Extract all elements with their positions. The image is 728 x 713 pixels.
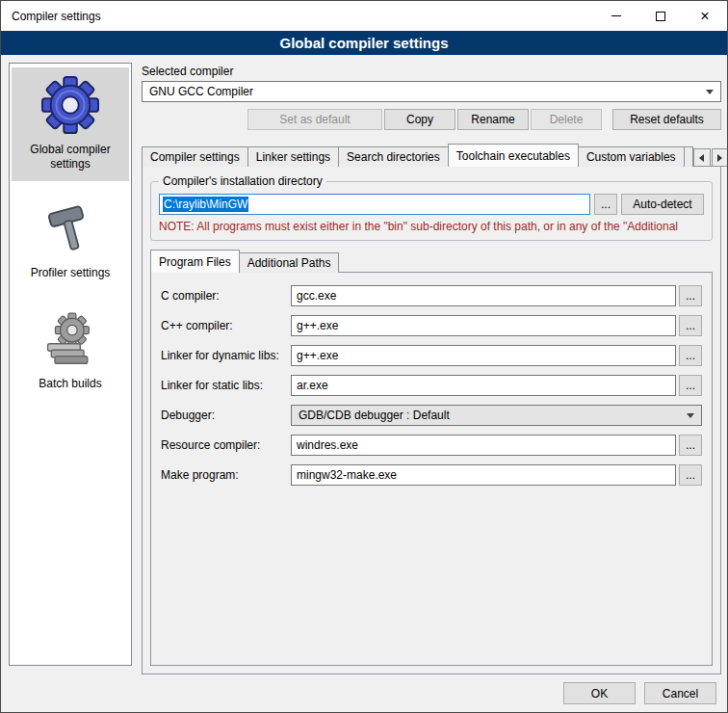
sidebar-item-global-compiler-settings[interactable]: Global compiler settings bbox=[12, 67, 129, 181]
make-program-input[interactable]: mingw32-make.exe bbox=[291, 464, 676, 486]
form-row-make-program: Make program: mingw32-make.exe ... bbox=[161, 464, 702, 486]
debugger-label: Debugger: bbox=[161, 409, 291, 422]
make-program-value: mingw32-make.exe bbox=[297, 468, 397, 482]
chevron-down-icon bbox=[706, 90, 714, 94]
sidebar-item-label: Global compiler settings bbox=[13, 143, 127, 172]
install-dir-browse-button[interactable]: ... bbox=[594, 194, 617, 215]
settings-category-list: Global compiler settings Profiler settin… bbox=[9, 63, 132, 666]
tab-custom-variables[interactable]: Custom variables bbox=[578, 146, 685, 167]
main-panel: Selected compiler GNU GCC Compiler Set a… bbox=[142, 61, 721, 674]
sidebar-item-batch-builds[interactable]: Batch builds bbox=[12, 302, 129, 401]
settings-tab-bar: Compiler settings Linker settings Search… bbox=[142, 144, 721, 167]
dialog-header: Global compiler settings bbox=[1, 31, 727, 55]
installation-directory-row: C:\raylib\MinGW ... Auto-detect bbox=[159, 194, 704, 215]
debugger-dropdown[interactable]: GDB/CDB debugger : Default bbox=[291, 405, 702, 426]
minimize-icon bbox=[611, 15, 621, 16]
sidebar-item-label: Profiler settings bbox=[31, 266, 111, 280]
tab-search-directories[interactable]: Search directories bbox=[338, 146, 449, 167]
arrow-right-icon bbox=[717, 154, 722, 162]
compiler-button-row: Set as default Copy Rename Delete Reset … bbox=[142, 109, 721, 130]
delete-button[interactable]: Delete bbox=[531, 109, 602, 130]
form-row-c-compiler: C compiler: gcc.exe ... bbox=[161, 285, 702, 306]
ok-button[interactable]: OK bbox=[563, 682, 636, 704]
tab-linker-settings[interactable]: Linker settings bbox=[247, 146, 339, 167]
install-dir-input[interactable]: C:\raylib\MinGW bbox=[159, 194, 590, 215]
minimize-button[interactable] bbox=[594, 1, 638, 31]
cpp-compiler-label: C++ compiler: bbox=[161, 319, 291, 332]
set-as-default-button[interactable]: Set as default bbox=[247, 109, 382, 130]
resource-compiler-input[interactable]: windres.exe bbox=[291, 435, 676, 456]
c-compiler-browse-button[interactable]: ... bbox=[679, 285, 702, 306]
dialog-footer: OK Cancel bbox=[563, 682, 716, 704]
form-row-resource-compiler: Resource compiler: windres.exe ... bbox=[161, 435, 702, 456]
sidebar-item-label: Batch builds bbox=[39, 377, 101, 391]
form-row-debugger: Debugger: GDB/CDB debugger : Default bbox=[161, 405, 702, 426]
resource-compiler-value: windres.exe bbox=[297, 438, 358, 452]
subtab-program-files[interactable]: Program Files bbox=[150, 250, 240, 273]
make-program-browse-button[interactable]: ... bbox=[679, 464, 702, 486]
dynamic-linker-value: g++.exe bbox=[297, 349, 338, 362]
tab-scroll-buttons bbox=[692, 148, 728, 167]
static-linker-label: Linker for static libs: bbox=[161, 379, 291, 392]
form-row-dynamic-linker: Linker for dynamic libs: g++.exe ... bbox=[161, 345, 702, 366]
arrow-left-icon bbox=[699, 154, 704, 162]
form-row-cpp-compiler: C++ compiler: g++.exe ... bbox=[161, 315, 702, 336]
program-files-page: C compiler: gcc.exe ... C++ compiler: g+… bbox=[150, 272, 713, 666]
maximize-icon bbox=[656, 12, 665, 21]
c-compiler-label: C compiler: bbox=[161, 289, 291, 303]
window-title: Compiler settings bbox=[1, 10, 101, 23]
cpp-compiler-browse-button[interactable]: ... bbox=[679, 315, 702, 336]
form-row-static-linker: Linker for static libs: ar.exe ... bbox=[161, 375, 702, 396]
dynamic-linker-label: Linker for dynamic libs: bbox=[161, 349, 291, 362]
tab-scroll-right-button[interactable] bbox=[712, 148, 728, 167]
caption-buttons: × bbox=[594, 1, 727, 31]
auto-detect-button[interactable]: Auto-detect bbox=[621, 194, 704, 215]
batch-builds-icon bbox=[41, 309, 99, 369]
titlebar[interactable]: Compiler settings × bbox=[1, 1, 727, 31]
make-program-label: Make program: bbox=[161, 468, 291, 482]
c-compiler-value: gcc.exe bbox=[297, 289, 336, 303]
subtab-additional-paths[interactable]: Additional Paths bbox=[239, 252, 340, 273]
sidebar-item-profiler-settings[interactable]: Profiler settings bbox=[12, 193, 129, 290]
c-compiler-input[interactable]: gcc.exe bbox=[291, 285, 676, 306]
toolchain-executables-page: Compiler's installation directory C:\ray… bbox=[142, 166, 721, 674]
resource-compiler-browse-button[interactable]: ... bbox=[679, 435, 702, 456]
resource-compiler-label: Resource compiler: bbox=[161, 438, 291, 452]
cpp-compiler-value: g++.exe bbox=[297, 319, 338, 332]
rename-button[interactable]: Rename bbox=[457, 109, 529, 130]
tab-compiler-settings[interactable]: Compiler settings bbox=[142, 146, 248, 167]
copy-button[interactable]: Copy bbox=[384, 109, 455, 130]
profiler-icon bbox=[42, 200, 98, 258]
close-icon: × bbox=[700, 9, 709, 24]
install-dir-value: C:\raylib\MinGW bbox=[163, 197, 248, 212]
cancel-button[interactable]: Cancel bbox=[644, 682, 716, 704]
static-linker-input[interactable]: ar.exe bbox=[291, 375, 676, 396]
tab-toolchain-executables[interactable]: Toolchain executables bbox=[448, 144, 579, 167]
chevron-down-icon bbox=[687, 413, 694, 418]
dynamic-linker-input[interactable]: g++.exe bbox=[291, 345, 676, 366]
cpp-compiler-input[interactable]: g++.exe bbox=[291, 315, 676, 336]
selected-compiler-value: GNU GCC Compiler bbox=[149, 85, 253, 98]
installation-directory-group: Compiler's installation directory C:\ray… bbox=[150, 174, 713, 241]
close-button[interactable]: × bbox=[683, 1, 727, 31]
maximize-button[interactable] bbox=[638, 1, 683, 31]
tab-scroll-left-button[interactable] bbox=[693, 148, 711, 167]
static-linker-value: ar.exe bbox=[297, 379, 328, 392]
program-files-tab-bar: Program Files Additional Paths bbox=[150, 250, 713, 273]
reset-defaults-button[interactable]: Reset defaults bbox=[612, 109, 721, 130]
installation-directory-legend: Compiler's installation directory bbox=[159, 174, 326, 188]
debugger-value: GDB/CDB debugger : Default bbox=[299, 409, 450, 422]
selected-compiler-dropdown[interactable]: GNU GCC Compiler bbox=[142, 81, 721, 102]
note-text: NOTE: All programs must exist either in … bbox=[159, 220, 704, 233]
selected-compiler-label: Selected compiler bbox=[142, 65, 721, 78]
gear-icon bbox=[40, 75, 100, 135]
static-linker-browse-button[interactable]: ... bbox=[679, 375, 702, 396]
dynamic-linker-browse-button[interactable]: ... bbox=[679, 345, 702, 366]
